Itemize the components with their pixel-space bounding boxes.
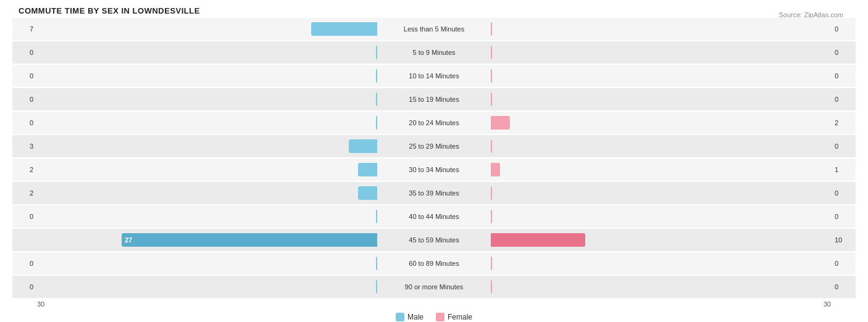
bar-male (376, 69, 377, 83)
row-label: 90 or more Minutes (378, 283, 490, 291)
bar-female (491, 69, 492, 83)
left-value: 0 (12, 283, 37, 291)
bar-female (491, 280, 492, 294)
left-value: 2 (12, 166, 37, 173)
bar-female (491, 116, 510, 130)
bars-center: 5 to 9 Minutes (37, 41, 831, 64)
row-label: 5 to 9 Minutes (378, 49, 490, 56)
left-value: 0 (12, 260, 37, 267)
bars-center: 20 to 24 Minutes (37, 112, 831, 134)
bar-right-wrap (490, 69, 831, 83)
bar-male: 27 (122, 233, 377, 247)
row-label: 15 to 19 Minutes (378, 96, 490, 103)
chart-row: 0 10 to 14 Minutes 0 (12, 65, 856, 87)
bar-female (491, 257, 492, 270)
bar-male (376, 46, 377, 59)
chart-row: 0 60 to 89 Minutes 0 (12, 252, 856, 275)
bars-center: 30 to 34 Minutes (37, 159, 831, 181)
bar-male (311, 22, 377, 36)
bar-right-wrap (490, 257, 831, 270)
chart-container: COMMUTE TIME BY SEX IN LOWNDESVILLE Sour… (0, 0, 868, 322)
bar-left-wrap (37, 116, 378, 130)
right-value: 0 (831, 72, 856, 80)
right-value: 0 (831, 213, 856, 220)
chart-area: 7 Less than 5 Minutes 0 0 5 to 9 Minutes (12, 18, 856, 298)
bar-right-wrap (490, 116, 831, 130)
right-value: 0 (831, 25, 856, 33)
bar-left-wrap (37, 139, 378, 153)
left-value: 0 (12, 72, 37, 80)
right-value: 0 (831, 96, 856, 103)
legend-female-box (436, 313, 444, 321)
bar-male (349, 139, 377, 153)
row-label: Less than 5 Minutes (378, 25, 490, 33)
left-value: 0 (12, 119, 37, 126)
bar-female (491, 233, 585, 247)
bar-left-wrap (37, 163, 378, 176)
bar-left-wrap (37, 257, 378, 270)
bar-left-wrap (37, 93, 378, 106)
left-value: 0 (12, 96, 37, 103)
bar-right-wrap (490, 186, 831, 200)
chart-row: 2 35 to 39 Minutes 0 (12, 182, 856, 204)
bar-left-wrap (37, 69, 378, 83)
bar-right-wrap (490, 210, 831, 223)
right-value: 0 (831, 260, 856, 267)
left-value: 7 (12, 25, 37, 33)
left-value: 0 (12, 49, 37, 56)
male-value-inside: 27 (122, 236, 132, 244)
bars-center: 15 to 19 Minutes (37, 88, 831, 110)
bars-center: Less than 5 Minutes (37, 18, 831, 40)
bar-right-wrap (490, 93, 831, 106)
bars-center: 35 to 39 Minutes (37, 182, 831, 204)
left-value: 2 (12, 189, 37, 197)
bar-right-wrap (490, 139, 831, 153)
bar-left-wrap (37, 22, 378, 36)
right-value: 0 (831, 189, 856, 197)
row-label: 45 to 59 Minutes (378, 236, 490, 244)
bar-female (491, 163, 500, 176)
chart-row: 0 20 to 24 Minutes 2 (12, 112, 856, 134)
bars-center: 90 or more Minutes (37, 276, 831, 298)
legend-male: Male (396, 313, 424, 321)
axis-right: 30 (824, 300, 831, 308)
legend: Male Female (12, 313, 856, 321)
row-label: 30 to 34 Minutes (378, 166, 490, 173)
bar-female (491, 46, 492, 59)
row-label: 35 to 39 Minutes (378, 189, 490, 197)
row-label: 60 to 89 Minutes (378, 260, 490, 267)
bar-male (376, 280, 377, 294)
right-value: 0 (831, 283, 856, 291)
bar-male (358, 163, 377, 176)
chart-row: 0 40 to 44 Minutes 0 (12, 205, 856, 228)
bar-left-wrap (37, 186, 378, 200)
bar-female (491, 139, 492, 153)
row-label: 25 to 29 Minutes (378, 142, 490, 150)
bar-female (491, 93, 492, 106)
row-label: 40 to 44 Minutes (378, 213, 490, 220)
legend-male-box (396, 313, 404, 321)
chart-row: 7 Less than 5 Minutes 0 (12, 18, 856, 40)
chart-row: 2 30 to 34 Minutes 1 (12, 159, 856, 181)
bars-center: 40 to 44 Minutes (37, 205, 831, 228)
legend-female-label: Female (448, 313, 472, 321)
bar-female (491, 22, 492, 36)
left-value: 0 (12, 213, 37, 220)
chart-row: 3 25 to 29 Minutes 0 (12, 135, 856, 157)
bar-left-wrap (37, 210, 378, 223)
bar-male (376, 257, 377, 270)
right-value: 0 (831, 49, 856, 56)
bars-center: 25 to 29 Minutes (37, 135, 831, 157)
chart-row: 0 90 or more Minutes 0 (12, 276, 856, 298)
row-label: 20 to 24 Minutes (378, 119, 490, 126)
bar-male (376, 210, 377, 223)
bar-male (358, 186, 377, 200)
chart-row: 0 15 to 19 Minutes 0 (12, 88, 856, 110)
bar-female (491, 186, 492, 200)
right-value: 2 (831, 119, 856, 126)
bar-right-wrap (490, 233, 831, 247)
bar-left-wrap: 27 (37, 233, 378, 247)
bar-male (376, 93, 377, 106)
right-value: 1 (831, 166, 856, 173)
bar-right-wrap (490, 163, 831, 176)
